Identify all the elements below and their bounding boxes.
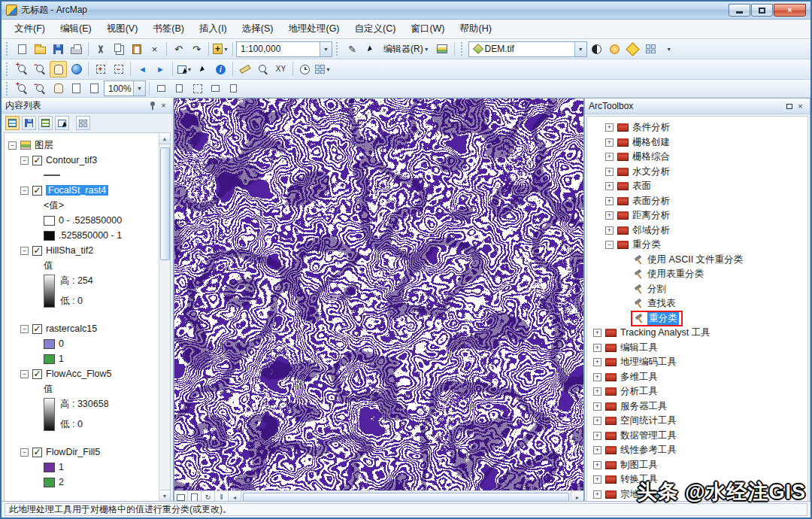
layout-pan-button[interactable] [50,80,67,97]
go-to-xy-button[interactable]: XY [272,61,289,77]
tool-reclassify-selected[interactable]: 重分类 [590,311,807,326]
contrast-button[interactable] [588,41,605,57]
layer-flowdir-fill5[interactable]: − ✓ FlowDir_Fill5 [8,445,170,460]
expand-icon[interactable]: + [593,432,601,440]
expand-icon[interactable]: + [593,417,601,425]
expand-icon[interactable]: + [605,153,614,161]
toolbox-analysis[interactable]: + 分析工具 [590,384,807,399]
layout-100pct-button[interactable] [86,80,103,97]
expand-icon[interactable]: + [605,138,614,147]
expand-icon[interactable]: + [605,211,614,220]
menu-window[interactable]: 窗口(W) [404,20,451,38]
list-by-visibility-button[interactable] [38,116,53,130]
expand-icon[interactable]: + [593,329,601,337]
toolset-reclass-expanded[interactable]: − 重分类 [590,238,807,253]
toggle-draft-mode-button[interactable] [171,80,188,97]
menu-file[interactable]: 文件(F) [8,20,52,38]
collapse-icon[interactable]: − [20,187,29,195]
identify-button[interactable]: i [212,61,229,77]
pan-button[interactable] [50,61,67,77]
print-button[interactable] [68,41,85,57]
tool-lookup[interactable]: 查找表 [590,296,807,311]
map-view[interactable]: ↻ ‖ ◄ ► [174,98,584,504]
toolbox-spatial-statistics[interactable]: + 空间统计工具 [590,414,807,429]
expand-icon[interactable]: + [593,344,601,352]
fixed-zoom-in-button[interactable]: + [92,61,109,77]
add-data-button[interactable]: +▼ [212,41,229,57]
create-viewer-window-button[interactable]: ▼ [314,61,332,77]
layout-whole-page-button[interactable] [68,80,85,97]
menu-customize[interactable]: 自定义(C) [348,20,403,38]
toc-options-button[interactable] [76,116,90,130]
collapse-icon[interactable]: − [20,448,29,457]
time-slider-button[interactable] [296,61,314,77]
toolbox-data-management[interactable]: + 数据管理工具 [590,429,807,444]
menu-view[interactable]: 视图(V) [100,20,145,38]
go-forward-extent-button[interactable]: ► [152,61,169,77]
redo-button[interactable]: ↷ [188,41,205,57]
collapse-icon[interactable]: − [605,241,614,249]
zoom-in-button[interactable]: + [14,61,31,77]
brightness-button[interactable] [606,41,623,57]
maximize-button[interactable] [751,4,773,17]
scroll-up-button[interactable]: ▲ [159,133,171,144]
more-tools-dropdown[interactable]: ▼ [660,41,677,57]
data-driven-pages-button[interactable] [225,80,242,97]
select-features-button[interactable]: ▼ [176,61,193,77]
menu-geoprocessing[interactable]: 地理处理(G) [281,20,346,38]
list-by-drawing-order-button[interactable] [5,116,20,130]
expand-icon[interactable]: + [593,358,601,366]
toolbar-grip[interactable] [6,82,10,96]
toolbox-multidimension[interactable]: + 多维工具 [590,370,807,385]
layer-hillsha-tif2[interactable]: − ✓ HillSha_tif2 [8,243,170,258]
minimize-button[interactable] [729,4,750,17]
editor-sketch-button[interactable]: ✎ [344,41,361,57]
expand-icon[interactable]: + [593,402,601,411]
toc-scrollbar[interactable]: ▲ ▼ [159,133,170,501]
toolbox-tracking-analyst[interactable]: + Tracking Analyst 工具 [590,326,807,341]
select-elements-button[interactable] [194,61,211,77]
toolbar-grip[interactable] [6,42,10,56]
image-analysis-layer-combo[interactable]: DEM.tif ▼ [468,41,587,57]
arctoolbox-close-button[interactable]: × [795,101,806,111]
expand-icon[interactable]: + [605,123,614,132]
editor-menu-button[interactable]: 编辑器(R) ▼ [380,41,433,57]
focus-dataframe-button[interactable] [189,80,206,97]
expand-icon[interactable]: + [593,387,601,396]
layer-checkbox[interactable]: ✓ [32,448,42,457]
layer-focalst-rast4[interactable]: − ✓ FocalSt_rast4 [8,183,170,198]
layer-rastercalc15[interactable]: − ✓ rastercalc15 [8,321,170,336]
expand-icon[interactable]: + [593,446,601,454]
open-button[interactable] [32,41,49,57]
scrollbar-thumb[interactable] [160,147,170,260]
fixed-zoom-out-button[interactable]: − [110,61,127,77]
layer-checkbox[interactable]: ✓ [32,186,42,196]
toc-close-button[interactable]: × [158,100,169,111]
expand-icon[interactable]: + [593,461,601,469]
menu-selection[interactable]: 选择(S) [235,20,280,38]
layer-checkbox[interactable]: ✓ [32,246,42,256]
title-bar[interactable]: 无标题 - ArcMap × [2,2,810,20]
editor-arrow-button[interactable] [362,41,379,57]
expand-icon[interactable]: + [593,373,601,381]
layer-checkbox[interactable]: ✓ [32,156,42,165]
change-layout-button[interactable] [207,80,224,97]
toolbox-cartography[interactable]: + 制图工具 [590,458,807,473]
toolbox-geocoding[interactable]: + 地理编码工具 [590,355,807,370]
collapse-icon[interactable]: − [8,141,17,150]
toolset-neighborhood[interactable]: + 邻域分析 [590,223,807,238]
toolset-surface[interactable]: + 表面 [590,179,807,194]
expand-icon[interactable]: + [593,475,601,484]
menu-edit[interactable]: 编辑(E) [53,20,98,38]
toolbox-server[interactable]: + 服务器工具 [590,399,807,414]
expand-icon[interactable]: + [605,197,614,205]
save-button[interactable] [50,41,67,57]
scroll-down-button[interactable]: ▼ [159,490,171,501]
copy-button[interactable] [110,41,127,57]
tool-reclass-by-ascii[interactable]: 使用 ASCII 文件重分类 [590,253,807,268]
toolbar-grip[interactable] [6,62,10,76]
layer-flowacc-flow5[interactable]: − ✓ FlowAcc_Flow5 [8,366,170,381]
close-button[interactable]: × [774,4,806,17]
full-extent-button[interactable] [68,61,85,77]
map-scale-combo[interactable]: 1:100,000 ▼ [236,41,332,57]
